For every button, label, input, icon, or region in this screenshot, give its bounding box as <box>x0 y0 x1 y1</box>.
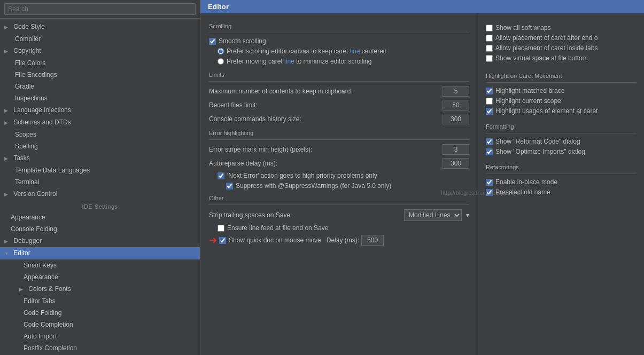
sidebar-tree: ▶ Code Style Compiler ▶ Copyright File C… <box>0 19 200 355</box>
highlight-current-scope-checkbox[interactable] <box>486 98 493 105</box>
strip-trailing-select[interactable]: Modified Lines <box>404 209 462 221</box>
sidebar-item-code-style[interactable]: ▶ Code Style <box>0 21 200 33</box>
allow-caret-inside-tabs-row: Allow placement of caret inside tabs <box>486 44 637 52</box>
sidebar-item-tasks[interactable]: ▶ Tasks <box>0 152 200 164</box>
recent-files-field-row: Recent files limit: <box>209 100 469 111</box>
highlight-usages-checkbox[interactable] <box>486 108 493 115</box>
allow-caret-end-label[interactable]: Allow placement of caret after end o <box>486 34 598 42</box>
sidebar-item-inspections[interactable]: Inspections <box>0 92 200 104</box>
chevron-right-icon: ▶ <box>19 285 26 294</box>
show-optimize-checkbox[interactable] <box>486 148 493 155</box>
highlight-current-scope-label[interactable]: Highlight current scope <box>486 97 561 105</box>
sidebar-item-compiler[interactable]: Compiler <box>0 33 200 45</box>
scrolling-section-title: Scrolling <box>209 23 469 29</box>
refactorings-title: Refactorings <box>486 164 637 170</box>
clipboard-input[interactable] <box>443 86 469 97</box>
sidebar-item-appearance-ed[interactable]: Appearance <box>0 271 200 283</box>
next-error-checkbox[interactable] <box>218 172 224 179</box>
caret-link[interactable]: line <box>350 48 360 55</box>
prefer-caret-centered-label[interactable]: Prefer scrolling editor canvas to keep c… <box>218 48 387 55</box>
show-optimize-row: Show "Optimize Imports" dialog <box>486 148 637 155</box>
show-reformat-checkbox[interactable] <box>486 138 493 145</box>
search-bar <box>0 0 200 19</box>
sidebar-item-file-colors[interactable]: File Colors <box>0 57 200 69</box>
sidebar-item-version-control[interactable]: ▶ Version Control <box>0 188 200 200</box>
sidebar-item-code-folding[interactable]: Code Folding <box>0 307 200 319</box>
highlight-matched-brace-checkbox[interactable] <box>486 88 493 94</box>
sidebar-item-console-folding[interactable]: Console Folding <box>0 223 200 235</box>
chevron-right-icon: ▶ <box>4 22 11 32</box>
show-reformat-row: Show "Reformat Code" dialog <box>486 138 637 145</box>
allow-caret-inside-tabs-checkbox[interactable] <box>486 45 493 52</box>
delay-input[interactable] <box>361 235 384 246</box>
sidebar-item-language-injections[interactable]: ▶ Language Injections <box>0 104 200 116</box>
sidebar-item-debugger[interactable]: ▶ Debugger <box>0 235 200 247</box>
sidebar-item-colors-fonts[interactable]: ▶ Colors & Fonts <box>0 283 200 295</box>
sidebar-item-editor-tabs[interactable]: Editor Tabs <box>0 295 200 307</box>
show-virtual-space-label[interactable]: Show virtual space at file bottom <box>486 54 588 62</box>
ensure-line-feed-label[interactable]: Ensure line feed at file end on Save <box>218 224 328 232</box>
prefer-caret-centered-radio[interactable] <box>218 48 224 54</box>
sidebar-item-auto-import[interactable]: Auto Import <box>0 330 200 342</box>
sidebar-item-appearance[interactable]: Appearance <box>0 211 200 223</box>
right-panel: Editor http://blog.csdn.net/eclipsexys S… <box>200 0 644 355</box>
suppress-warnings-checkbox[interactable] <box>226 183 233 190</box>
allow-caret-end-checkbox[interactable] <box>486 35 493 42</box>
console-history-input[interactable] <box>443 114 469 124</box>
sidebar-item-spelling[interactable]: Spelling <box>0 140 200 152</box>
show-quick-doc-checkbox[interactable] <box>219 237 226 244</box>
show-soft-wraps-label[interactable]: Show all soft wraps <box>486 24 550 31</box>
sidebar-item-file-encodings[interactable]: File Encodings <box>0 69 200 81</box>
preselect-old-name-checkbox[interactable] <box>486 189 493 196</box>
enable-inplace-label[interactable]: Enable in-place mode <box>486 178 557 186</box>
sidebar-item-gradle[interactable]: Gradle <box>0 81 200 92</box>
caret-link2[interactable]: line <box>284 58 294 65</box>
allow-caret-end-row: Allow placement of caret after end o <box>486 34 637 42</box>
sidebar-item-code-completion[interactable]: Code Completion <box>0 319 200 330</box>
allow-caret-inside-tabs-label[interactable]: Allow placement of caret inside tabs <box>486 44 598 52</box>
chevron-right-icon: ▶ <box>4 154 11 163</box>
show-reformat-label[interactable]: Show "Reformat Code" dialog <box>486 138 580 145</box>
highlight-caret-title: Highlight on Caret Movement <box>486 73 637 79</box>
sidebar-item-template-data-languages[interactable]: Template Data Languages <box>0 164 200 176</box>
prefer-move-caret-radio[interactable] <box>218 58 224 65</box>
show-optimize-label[interactable]: Show "Optimize Imports" dialog <box>486 148 585 155</box>
sidebar-item-editor[interactable]: ▼ Editor <box>0 247 200 259</box>
next-error-label[interactable]: 'Next Error' action goes to high priorit… <box>218 172 377 179</box>
sidebar-item-terminal[interactable]: Terminal <box>0 176 200 188</box>
prefer-move-caret-label[interactable]: Prefer moving caret line to minimize edi… <box>218 58 371 65</box>
highlight-matched-brace-label[interactable]: Highlight matched brace <box>486 87 564 94</box>
enable-inplace-checkbox[interactable] <box>486 179 493 186</box>
smooth-scrolling-label[interactable]: Smooth scrolling <box>209 37 266 45</box>
sidebar-item-copyright[interactable]: ▶ Copyright <box>0 45 200 57</box>
chevron-down-icon: ▼ <box>4 249 11 258</box>
next-error-row: 'Next Error' action goes to high priorit… <box>209 172 469 179</box>
chevron-right-icon: ▶ <box>4 106 11 115</box>
smooth-scrolling-checkbox[interactable] <box>209 38 216 45</box>
show-virtual-space-checkbox[interactable] <box>486 55 493 62</box>
clipboard-field-row: Maximum number of contents to keep in cl… <box>209 86 469 97</box>
highlight-matched-brace-row: Highlight matched brace <box>486 87 637 94</box>
preselect-old-name-label[interactable]: Preselect old name <box>486 188 550 196</box>
sidebar-item-scopes[interactable]: Scopes <box>0 129 200 140</box>
recent-files-input[interactable] <box>443 100 469 111</box>
suppress-warnings-label[interactable]: Suppress with @SuppressWarnings (for Jav… <box>226 182 391 190</box>
autoreparse-input[interactable] <box>443 158 469 169</box>
ensure-line-feed-row: Ensure line feed at file end on Save <box>209 224 469 232</box>
show-quick-doc-label[interactable]: Show quick doc on mouse move <box>219 236 321 244</box>
search-input[interactable] <box>4 3 196 15</box>
enable-inplace-row: Enable in-place mode <box>486 178 637 186</box>
show-virtual-space-row: Show virtual space at file bottom <box>486 54 637 62</box>
strip-trailing-row: Strip trailing spaces on Save: Modified … <box>209 209 469 221</box>
sidebar-item-postfix-completion[interactable]: Postfix Completion <box>0 342 200 354</box>
sidebar-item-schemas-dtds[interactable]: ▶ Schemas and DTDs <box>0 116 200 129</box>
ensure-line-feed-checkbox[interactable] <box>218 225 224 232</box>
chevron-right-icon: ▶ <box>4 118 11 128</box>
highlight-usages-label[interactable]: Highlight usages of element at caret <box>486 107 598 115</box>
stripe-height-input[interactable] <box>443 144 469 155</box>
show-soft-wraps-checkbox[interactable] <box>486 25 493 31</box>
chevron-right-icon: ▶ <box>4 190 11 199</box>
console-history-field-row: Console commands history size: <box>209 114 469 124</box>
error-highlighting-title: Error highlighting <box>209 130 469 136</box>
sidebar-item-smart-keys[interactable]: Smart Keys <box>0 259 200 271</box>
